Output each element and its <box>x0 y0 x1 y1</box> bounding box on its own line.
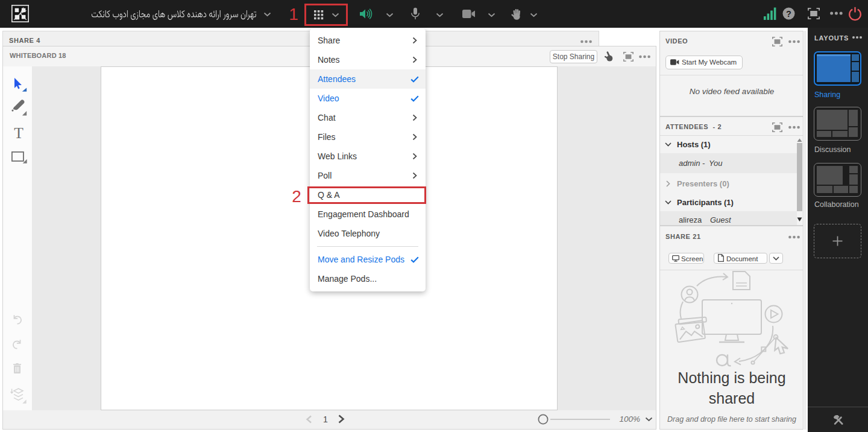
svg-text:?: ? <box>786 9 791 19</box>
